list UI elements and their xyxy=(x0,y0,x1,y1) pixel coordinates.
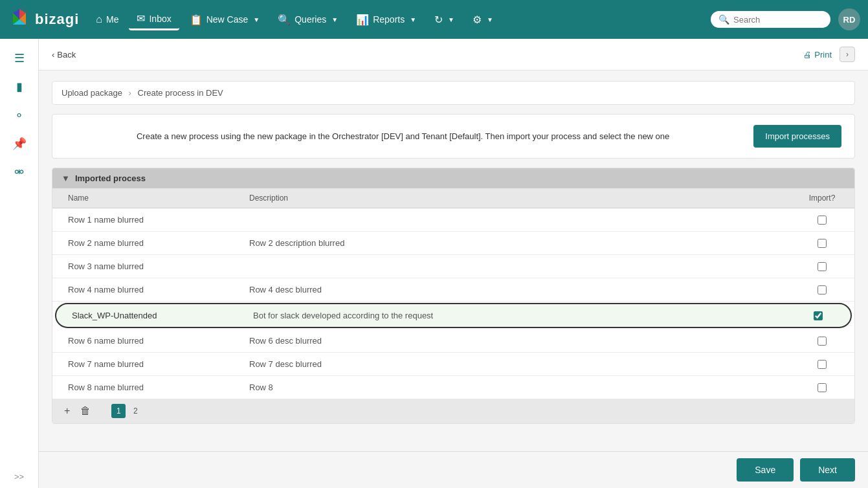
search-box[interactable]: 🔍 xyxy=(711,11,830,28)
nav-me-label: Me xyxy=(106,14,118,25)
import-checkbox-0[interactable] xyxy=(818,216,827,225)
breadcrumb: Upload package › Create process in DEV xyxy=(52,81,855,105)
add-row-button[interactable]: + xyxy=(61,404,72,418)
row-import-check[interactable] xyxy=(790,353,854,375)
search-icon: 🔍 xyxy=(718,14,729,25)
nav-queries-label: Queries xyxy=(295,14,326,25)
save-button[interactable]: Save xyxy=(737,458,794,482)
home-icon: ⌂ xyxy=(96,14,102,25)
row-desc: Row 4 desc blurred xyxy=(241,278,790,301)
row-indicator xyxy=(52,335,60,348)
sidebar-expand[interactable]: >> xyxy=(14,472,24,482)
table-row[interactable]: Slack_WP-Unattended Bot for slack develo… xyxy=(55,303,852,328)
newcase-caret: ▼ xyxy=(253,16,260,23)
back-button[interactable]: ‹ Back xyxy=(52,50,76,60)
import-checkbox-3[interactable] xyxy=(818,285,827,294)
print-button[interactable]: 🖨 Print xyxy=(803,50,832,60)
row-import-check[interactable] xyxy=(790,279,854,301)
bottom-bar: Save Next xyxy=(39,451,868,488)
table-footer: + 🗑 1 2 xyxy=(52,399,854,423)
table-row[interactable]: Row 1 name blurred xyxy=(52,208,854,232)
row-import-check[interactable] xyxy=(790,209,854,231)
row-import-check[interactable] xyxy=(790,256,854,278)
page-2-button[interactable]: 2 xyxy=(128,404,142,418)
nav-inbox-label: Inbox xyxy=(149,14,171,24)
sidebar-item-attachment[interactable]: 📌 xyxy=(6,131,32,157)
nav-refresh[interactable]: ↻ ▼ xyxy=(427,10,462,30)
breadcrumb-separator: › xyxy=(129,88,131,98)
document-icon: ☰ xyxy=(14,51,25,65)
table-row[interactable]: Row 3 name blurred xyxy=(52,255,854,278)
row-import-check[interactable] xyxy=(790,377,854,399)
table-collapse-icon[interactable]: ▼ xyxy=(61,173,70,183)
col-header-name: Name xyxy=(60,188,241,208)
import-checkbox-6[interactable] xyxy=(818,360,827,369)
nav-newcase[interactable]: 📋 New Case ▼ xyxy=(182,10,268,30)
back-label: Back xyxy=(57,50,76,60)
sidebar-item-network[interactable]: ⚮ xyxy=(6,159,32,185)
logo[interactable]: bizagi xyxy=(8,8,79,31)
row-name: Row 2 name blurred xyxy=(60,232,241,254)
nav-reports-label: Reports xyxy=(373,14,405,25)
nav-inbox[interactable]: ✉ Inbox xyxy=(129,8,179,30)
delete-row-button[interactable]: 🗑 xyxy=(78,404,93,418)
row-import-check[interactable] xyxy=(786,305,851,327)
row-indicator xyxy=(52,237,60,250)
reports-icon: 📊 xyxy=(356,14,369,26)
row-desc xyxy=(241,260,790,273)
collapse-panel-button[interactable]: › xyxy=(840,47,855,62)
row-indicator xyxy=(52,381,60,394)
row-import-check[interactable] xyxy=(790,232,854,254)
next-button[interactable]: Next xyxy=(800,458,855,482)
queries-caret: ▼ xyxy=(331,16,338,23)
import-checkbox-7[interactable] xyxy=(818,383,827,392)
nav-queries[interactable]: 🔍 Queries ▼ xyxy=(270,10,346,30)
page-1-button[interactable]: 1 xyxy=(111,404,126,418)
sidebar-item-document[interactable]: ☰ xyxy=(6,45,32,71)
row-name: Slack_WP-Unattended xyxy=(64,304,245,327)
import-checkbox-5[interactable] xyxy=(818,337,827,346)
row-name: Row 8 name blurred xyxy=(60,376,241,399)
network-icon: ⚮ xyxy=(14,165,24,179)
import-checkbox-4[interactable] xyxy=(814,311,823,320)
table-column-headers: Name Description Import? xyxy=(52,188,854,208)
import-checkbox-1[interactable] xyxy=(818,239,827,248)
table-section-header: ▼ Imported process xyxy=(52,168,854,188)
folder-icon: ▮ xyxy=(16,80,23,94)
avatar[interactable]: RD xyxy=(838,8,860,30)
paperclip-icon: 📌 xyxy=(12,137,27,151)
imported-process-table: ▼ Imported process Name Description Impo… xyxy=(52,168,855,424)
sidebar-item-folder[interactable]: ▮ xyxy=(6,74,32,100)
scroll-content: Upload package › Create process in DEV C… xyxy=(39,71,868,451)
nav-reports[interactable]: 📊 Reports ▼ xyxy=(348,10,424,30)
row-name: Row 1 name blurred xyxy=(60,208,241,231)
print-label: Print xyxy=(814,50,832,60)
row-name: Row 7 name blurred xyxy=(60,353,241,375)
main-layout: ☰ ▮ ⚬ 📌 ⚮ >> ‹ Back 🖨 Prin xyxy=(0,39,868,488)
row-import-check[interactable] xyxy=(790,330,854,352)
table-row[interactable]: Row 2 name blurred Row 2 description blu… xyxy=(52,232,854,255)
row-name: Row 4 name blurred xyxy=(60,278,241,301)
search-input[interactable] xyxy=(733,15,824,25)
import-checkbox-2[interactable] xyxy=(818,262,827,271)
row-indicator xyxy=(52,358,60,371)
nav-me[interactable]: ⌂ Me xyxy=(88,10,126,29)
table-row[interactable]: Row 6 name blurred Row 6 desc blurred xyxy=(52,329,854,353)
newcase-icon: 📋 xyxy=(190,14,203,26)
table-row[interactable]: Row 8 name blurred Row 8 xyxy=(52,376,854,399)
sidebar-item-chat[interactable]: ⚬ xyxy=(6,102,32,128)
table-row[interactable]: Row 4 name blurred Row 4 desc blurred xyxy=(52,278,854,302)
row-desc: Row 2 description blurred xyxy=(241,232,790,254)
import-processes-button[interactable]: Import processes xyxy=(753,125,841,148)
back-arrow-icon: ‹ xyxy=(52,50,54,60)
logo-icon xyxy=(8,8,31,31)
table-row[interactable]: Row 7 name blurred Row 7 desc blurred xyxy=(52,353,854,376)
table-body: Row 1 name blurred Row 2 name blurred Ro… xyxy=(52,208,854,399)
row-desc xyxy=(241,214,790,227)
row-indicator xyxy=(52,260,60,273)
refresh-icon: ↻ xyxy=(434,14,443,26)
print-icon: 🖨 xyxy=(803,50,812,60)
row-name: Row 3 name blurred xyxy=(60,255,241,278)
reports-caret: ▼ xyxy=(410,16,416,23)
nav-settings[interactable]: ⚙ ▼ xyxy=(465,10,501,30)
